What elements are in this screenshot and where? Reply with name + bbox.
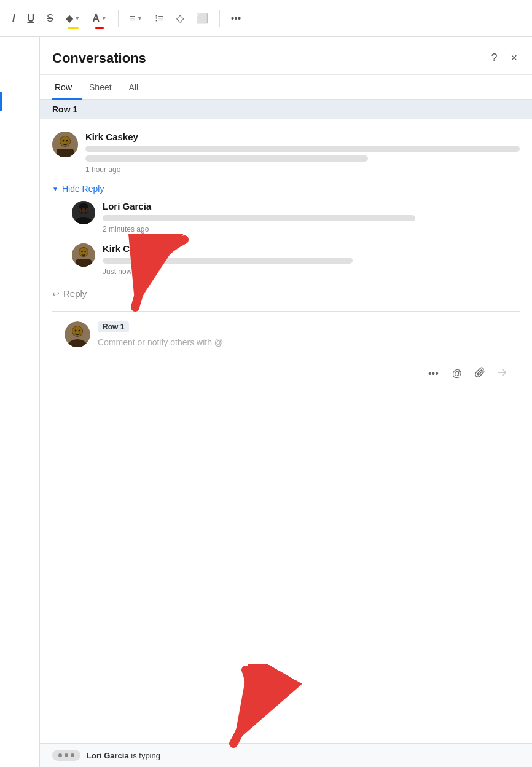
dot-2	[65, 753, 68, 757]
typing-dots-icon	[52, 750, 80, 761]
comment-bar-2	[85, 155, 368, 162]
svg-point-12	[85, 208, 87, 210]
reply-item-lori1: Lori Garcia 2 minutes ago	[72, 201, 520, 234]
dot-3	[71, 753, 74, 757]
list-button[interactable]: ⁝≡	[150, 9, 168, 28]
avatar-kirk-caskey-2	[72, 243, 95, 267]
help-button[interactable]: ?	[488, 49, 499, 67]
comment-content-lori1: Lori Garcia 2 minutes ago	[103, 201, 520, 234]
highlight-button[interactable]: ◆ ▼	[61, 9, 85, 28]
compose-at-button[interactable]: @	[450, 366, 464, 382]
toolbar-divider-2	[219, 10, 220, 27]
svg-rect-21	[76, 259, 92, 267]
panel-header-actions: ? ×	[488, 49, 520, 67]
reply-item-kirk2: Kirk Caskey Just now	[72, 243, 520, 276]
panel-header: Conversations ? ×	[40, 37, 532, 75]
compose-toolbar: ••• @	[98, 360, 507, 388]
toolbar-divider-1	[118, 10, 119, 27]
svg-point-20	[84, 251, 86, 253]
italic-button[interactable]: I	[7, 9, 20, 28]
sidebar-accent	[0, 92, 2, 111]
paint-format-button[interactable]: ⬜	[191, 9, 213, 28]
row-header-label: Row 1	[40, 100, 532, 119]
svg-point-4	[63, 140, 65, 142]
conversation-body: Kirk Caskey 1 hour ago ▼ Hide Reply	[40, 119, 532, 743]
send-button[interactable]	[496, 367, 507, 381]
compose-area: Row 1 Comment or notify others with @ ••…	[52, 312, 520, 388]
reply-button-label: Reply	[63, 288, 87, 299]
compose-attach-button[interactable]	[473, 364, 488, 383]
tab-sheet[interactable]: Sheet	[87, 75, 122, 100]
svg-point-11	[81, 208, 83, 210]
reply-thread: Lori Garcia 2 minutes ago	[72, 201, 520, 276]
eraser-button[interactable]: ◇	[171, 9, 189, 28]
close-button[interactable]: ×	[508, 49, 520, 67]
avatar-kirk-caskey	[52, 132, 78, 157]
dot-1	[58, 753, 62, 757]
conversation-tabs: Row Sheet All	[40, 75, 532, 100]
tab-all[interactable]: All	[127, 75, 149, 100]
svg-point-5	[66, 140, 68, 142]
align-button[interactable]: ≡ ▼	[125, 9, 147, 28]
hide-reply-label: Hide Reply	[62, 184, 104, 194]
compose-row-tag: Row 1	[98, 321, 129, 332]
comment-item-kirk1: Kirk Caskey 1 hour ago	[52, 132, 520, 174]
typing-action: is typing	[131, 751, 160, 760]
comment-content-kirk1: Kirk Caskey 1 hour ago	[85, 132, 520, 174]
svg-point-19	[81, 251, 83, 253]
compose-more-button[interactable]: •••	[426, 366, 441, 382]
reply-button[interactable]: ↩ Reply	[52, 286, 87, 301]
compose-box[interactable]: Row 1 Comment or notify others with @ ••…	[98, 321, 507, 388]
reply-bar-kirk2	[103, 258, 353, 264]
reply-arrow-icon: ↩	[52, 289, 60, 299]
left-sidebar-strip	[0, 37, 40, 767]
hide-reply-toggle[interactable]: ▼ Hide Reply	[52, 184, 520, 194]
strikethrough-button[interactable]: S	[42, 9, 58, 28]
commenter-name-kirk2: Kirk Caskey	[103, 243, 520, 254]
comment-bar-1	[85, 146, 520, 152]
svg-point-27	[79, 330, 80, 332]
conversations-panel: Conversations ? × Row Sheet All Row 1	[40, 37, 532, 767]
typing-text: Lori Garcia is typing	[87, 751, 160, 760]
comment-timestamp-kirk1: 1 hour ago	[85, 165, 520, 174]
font-color-button[interactable]: A ▼	[88, 9, 112, 28]
commenter-name-lori1: Lori Garcia	[103, 201, 520, 211]
hide-reply-caret-icon: ▼	[52, 186, 58, 192]
comment-content-kirk2: Kirk Caskey Just now	[103, 243, 520, 276]
more-options-button[interactable]: •••	[226, 9, 246, 28]
typing-indicator: Lori Garcia is typing	[40, 743, 532, 767]
reply-timestamp-kirk2: Just now	[103, 267, 520, 276]
compose-avatar	[65, 321, 90, 347]
commenter-name-kirk1: Kirk Caskey	[85, 132, 520, 142]
panel-title: Conversations	[52, 50, 146, 66]
tab-row[interactable]: Row	[52, 75, 82, 100]
svg-point-26	[75, 330, 77, 332]
compose-placeholder[interactable]: Comment or notify others with @	[98, 337, 507, 352]
underline-button[interactable]: U	[22, 9, 39, 28]
typing-person-name: Lori Garcia	[87, 751, 129, 760]
svg-rect-6	[57, 149, 74, 157]
reply-bar-lori1	[103, 215, 415, 221]
avatar-lori-garcia	[72, 201, 95, 224]
reply-timestamp-lori1: 2 minutes ago	[103, 225, 520, 234]
svg-rect-14	[79, 205, 88, 208]
formatting-toolbar: I U S ◆ ▼ A ▼ ≡ ▼ ⁝≡ ◇ ⬜ •••	[0, 0, 532, 37]
